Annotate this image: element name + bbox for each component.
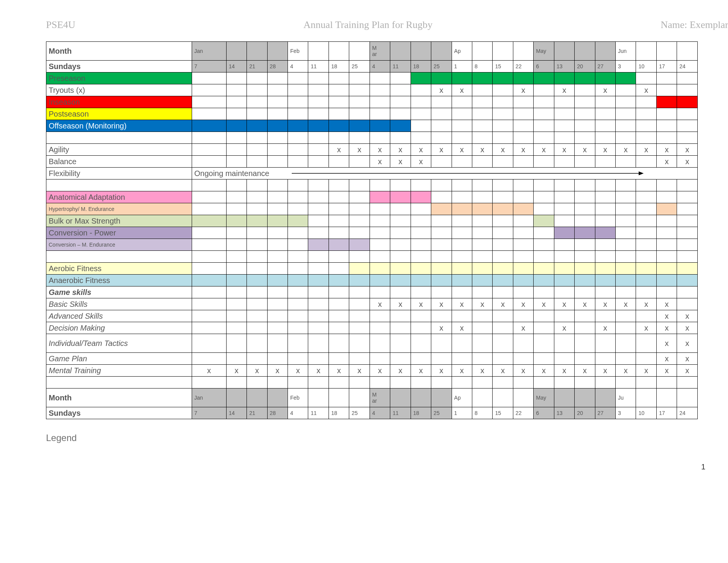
month-row: MonthJanFebMarApMayJun (46, 42, 698, 61)
svg-marker-1 (639, 171, 644, 175)
header-center: Annual Training Plan for Rugby (76, 19, 661, 31)
header-left: PSE4U (46, 19, 76, 31)
page-number: 1 (46, 463, 705, 471)
flexibility-row: FlexibilityOngoing maintenance (46, 168, 698, 179)
gameplan-row: Game Planxx (46, 353, 698, 365)
sundays-row-bottom: Sundays714212841118254111825181522613202… (46, 407, 698, 419)
anat-row: Anatomical Adaptation (46, 191, 698, 203)
basic-row: Basic Skillsxxxxxxxxxxxxxxx (46, 298, 698, 310)
postseason-row: Postseason (46, 108, 698, 120)
page-header: PSE4U Annual Training Plan for Rugby Nam… (46, 19, 728, 31)
header-right: Name: Exemplar (661, 19, 728, 31)
offseason-row: Offseason (Monitoring) (46, 120, 698, 132)
anaerobic-row: Anaerobic Fitness (46, 275, 698, 286)
decision-row: Decision Makingxxxxxxxx (46, 322, 698, 334)
training-plan-table: MonthJanFebMarApMayJunSundays71421284111… (46, 41, 698, 419)
advanced-row: Advanced Skillsxx (46, 310, 698, 322)
agility-row: Agilityxxxxxxxxxxxxxxxxxx (46, 144, 698, 156)
month-row-bottom: MonthJanFebMarApMayJu (46, 389, 698, 407)
preseason-row: Preseason (46, 72, 698, 84)
bulk-row: Bulk or Max Strength (46, 215, 698, 227)
sundays-row: Sundays714212841118254111825181522613202… (46, 61, 698, 72)
mental-row: Mental Trainingxxxxxxxxxxxxxxxxxxxxxxxx (46, 365, 698, 377)
convp-row: Conversion - Power (46, 227, 698, 239)
aerobic-row: Aerobic Fitness (46, 263, 698, 275)
balance-row: Balancexxxxx (46, 156, 698, 168)
convm-row: Conversion – M. Endurance (46, 239, 698, 251)
tactics-row: Individual/Team Tacticsxx (46, 334, 698, 353)
legend-label: Legend (46, 433, 728, 443)
gameskills-row: Game skills (46, 286, 698, 298)
tryouts-row: Tryouts (x)xxxxxx (46, 84, 698, 96)
hyper-row: Hypertrophy/ M. Endurance (46, 203, 698, 215)
inseason-row: Inseason (46, 96, 698, 108)
